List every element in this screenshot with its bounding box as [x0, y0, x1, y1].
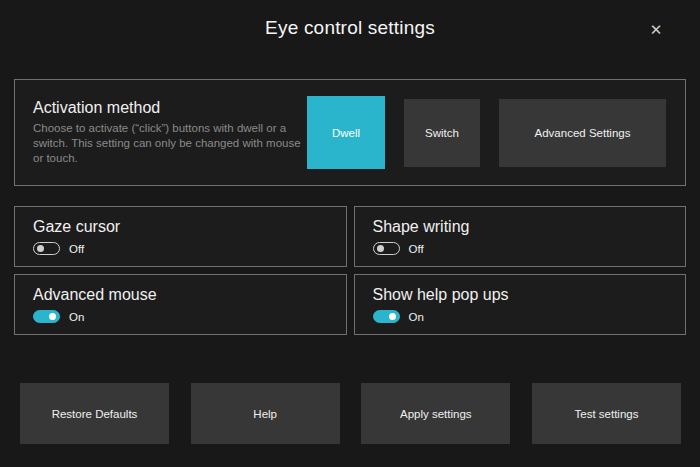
toggle-knob	[49, 313, 56, 320]
show-help-popups-state-label: On	[409, 311, 424, 323]
shape-writing-card: Shape writing Off	[354, 206, 687, 267]
activation-method-text: Activation method Choose to activate (“c…	[15, 99, 305, 166]
gaze-cursor-title: Gaze cursor	[33, 218, 328, 236]
dwell-button[interactable]: Dwell	[307, 96, 385, 169]
activation-method-title: Activation method	[33, 99, 305, 117]
show-help-popups-card: Show help pop ups On	[354, 274, 687, 335]
advanced-mouse-card: Advanced mouse On	[14, 274, 347, 335]
help-button[interactable]: Help	[191, 383, 340, 444]
shape-writing-toggle[interactable]	[373, 242, 400, 255]
close-icon[interactable]: ✕	[645, 19, 667, 41]
activation-method-panel: Activation method Choose to activate (“c…	[14, 79, 686, 186]
toggle-cards-grid: Gaze cursor Off Shape writing Off Advanc…	[14, 206, 686, 335]
footer-button-row: Restore Defaults Help Apply settings Tes…	[20, 383, 681, 444]
gaze-cursor-card: Gaze cursor Off	[14, 206, 347, 267]
advanced-settings-button[interactable]: Advanced Settings	[499, 99, 666, 167]
activation-method-description: Choose to activate (“click”) buttons wit…	[33, 121, 301, 166]
advanced-mouse-state-label: On	[69, 311, 84, 323]
shape-writing-toggle-row: Off	[373, 242, 668, 255]
advanced-mouse-toggle-row: On	[33, 310, 328, 323]
apply-settings-button[interactable]: Apply settings	[361, 383, 510, 444]
page-title: Eye control settings	[0, 17, 700, 39]
gaze-cursor-state-label: Off	[69, 243, 84, 255]
test-settings-button[interactable]: Test settings	[532, 383, 681, 444]
toggle-knob	[377, 245, 384, 252]
restore-defaults-button[interactable]: Restore Defaults	[20, 383, 169, 444]
show-help-popups-toggle-row: On	[373, 310, 668, 323]
toggle-knob	[389, 313, 396, 320]
shape-writing-title: Shape writing	[373, 218, 668, 236]
gaze-cursor-toggle[interactable]	[33, 242, 60, 255]
activation-options: Dwell Switch Advanced Settings	[307, 80, 666, 185]
switch-button[interactable]: Switch	[404, 99, 480, 167]
show-help-popups-title: Show help pop ups	[373, 286, 668, 304]
advanced-mouse-toggle[interactable]	[33, 310, 60, 323]
gaze-cursor-toggle-row: Off	[33, 242, 328, 255]
shape-writing-state-label: Off	[409, 243, 424, 255]
advanced-mouse-title: Advanced mouse	[33, 286, 328, 304]
show-help-popups-toggle[interactable]	[373, 310, 400, 323]
toggle-knob	[37, 245, 44, 252]
